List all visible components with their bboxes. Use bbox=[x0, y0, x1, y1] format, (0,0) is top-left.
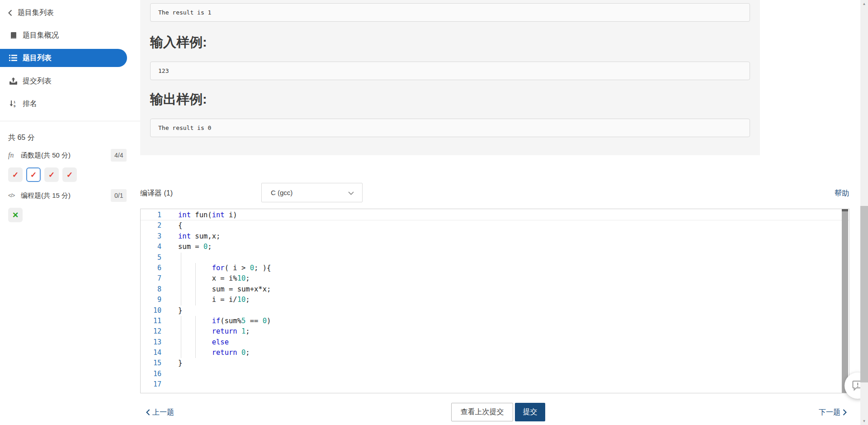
scroll-up-arrow-icon[interactable]: ▲ bbox=[860, 0, 868, 8]
function-questions-section: fn 函数题(共 50 分) bbox=[8, 149, 71, 161]
check-icon: ✓ bbox=[48, 170, 55, 180]
sidebar-item-ranking[interactable]: 19 排名 bbox=[0, 95, 140, 113]
sidebar-item-problem-list[interactable]: 题目列表 bbox=[0, 49, 127, 67]
code-line[interactable]: 5 bbox=[141, 253, 849, 263]
next-question-link[interactable]: 下一题 bbox=[819, 407, 849, 417]
indent-guide bbox=[181, 263, 181, 273]
code-line[interactable]: 7 x = i%10; bbox=[141, 273, 849, 284]
code-line[interactable]: 9 i = i/10; bbox=[141, 295, 849, 305]
line-number: 16 bbox=[141, 369, 166, 379]
code-line[interactable]: 17 bbox=[141, 379, 849, 390]
question-passed-box[interactable]: ✓ bbox=[62, 167, 77, 182]
back-link-label: 题目集列表 bbox=[18, 8, 54, 18]
compiler-label: 编译器 (1) bbox=[140, 189, 173, 198]
line-number: 8 bbox=[141, 284, 166, 295]
plain-token: sum = sum+x*x; bbox=[178, 285, 271, 293]
view-last-submission-button[interactable]: 查看上次提交 bbox=[451, 403, 513, 421]
plain-token bbox=[237, 327, 241, 335]
code-text: return 0; bbox=[166, 348, 250, 358]
indent-guide bbox=[181, 284, 181, 295]
code-text: else bbox=[166, 337, 229, 348]
list-icon bbox=[8, 55, 18, 61]
keyword-token: return bbox=[212, 349, 237, 357]
code-line[interactable]: 1int fun(int i) bbox=[141, 210, 849, 220]
code-line[interactable]: 10} bbox=[141, 306, 849, 316]
help-link[interactable]: 帮助 bbox=[835, 189, 849, 198]
code-line[interactable]: 16 bbox=[141, 369, 849, 379]
code-text bbox=[166, 379, 178, 390]
page-scrollbar[interactable]: ▲ ▼ bbox=[860, 0, 868, 425]
code-line[interactable]: 2{ bbox=[141, 220, 849, 231]
question-passed-box[interactable]: ✓ bbox=[44, 167, 59, 182]
line-number: 15 bbox=[141, 358, 166, 368]
code-line[interactable]: 14 return 0; bbox=[141, 348, 849, 358]
number-token: 0 bbox=[263, 317, 267, 325]
sidebar-item-overview[interactable]: 题目集概况 bbox=[0, 26, 140, 44]
compiler-select[interactable]: C (gcc) bbox=[261, 183, 363, 202]
sidebar-item-submissions[interactable]: 提交列表 bbox=[0, 72, 140, 90]
indent-guide bbox=[195, 284, 196, 295]
code-line[interactable]: 3int sum,x; bbox=[141, 231, 849, 242]
total-score-label: 共 65 分 bbox=[8, 133, 35, 143]
indent-guide bbox=[195, 348, 196, 358]
question-failed-box[interactable]: ✕ bbox=[8, 208, 23, 222]
code-text bbox=[166, 253, 178, 263]
sample-text: The result is 1 bbox=[158, 9, 211, 16]
svg-text:9: 9 bbox=[14, 104, 15, 108]
keyword-token: int bbox=[178, 211, 191, 219]
sort-numeric-icon: 19 bbox=[8, 100, 18, 108]
plain-token bbox=[237, 349, 241, 357]
code-line[interactable]: 11 if(sum%5 == 0) bbox=[141, 316, 849, 326]
number-token: 10 bbox=[237, 296, 246, 304]
question-passed-box[interactable]: ✓ bbox=[8, 167, 23, 182]
code-line[interactable]: 4sum = 0; bbox=[141, 242, 849, 252]
question-passed-box[interactable]: ✓ bbox=[26, 167, 41, 182]
code-editor[interactable]: 1int fun(int i)2{3int sum,x;4sum = 0;56 … bbox=[140, 209, 849, 393]
sample-input-box: 123 bbox=[150, 62, 750, 80]
code-text: } bbox=[166, 306, 182, 316]
number-token: 0 bbox=[241, 349, 245, 357]
line-number: 11 bbox=[141, 316, 166, 326]
indent-guide bbox=[181, 337, 181, 348]
submit-button[interactable]: 提交 bbox=[515, 403, 545, 421]
scroll-down-arrow-icon[interactable]: ▼ bbox=[860, 417, 868, 425]
page-scrollbar-thumb[interactable] bbox=[860, 206, 868, 382]
number-token: 0 bbox=[250, 264, 254, 272]
plain-token: i = i/ bbox=[178, 296, 237, 304]
indent-guide bbox=[181, 316, 181, 326]
problem-page: 题目集列表 题目集概况 题目列表 提交列表 19 排名 bbox=[0, 0, 868, 425]
code-line[interactable]: 8 sum = sum+x*x; bbox=[141, 284, 849, 295]
cross-icon: ✕ bbox=[12, 210, 19, 220]
chevron-left-icon bbox=[7, 10, 13, 16]
plain-token: sum = bbox=[178, 243, 203, 251]
plain-token: ; bbox=[245, 296, 250, 304]
question-status-row: ✕ bbox=[8, 208, 26, 222]
plain-token: ; bbox=[245, 349, 250, 357]
code-line[interactable]: 6 for( i > 0; ){ bbox=[141, 263, 849, 273]
indent-guide bbox=[195, 263, 196, 273]
code-lines-container: 1int fun(int i)2{3int sum,x;4sum = 0;56 … bbox=[141, 210, 849, 390]
code-line[interactable]: 12 return 1; bbox=[141, 326, 849, 337]
indent-guide bbox=[195, 337, 196, 348]
code-line[interactable]: 15} bbox=[141, 358, 849, 368]
plain-token: (sum% bbox=[220, 317, 241, 325]
check-icon: ✓ bbox=[12, 170, 19, 180]
plain-token: fun( bbox=[191, 211, 212, 219]
chevron-down-icon bbox=[348, 189, 354, 196]
indent-guide bbox=[195, 273, 196, 284]
line-number: 6 bbox=[141, 263, 166, 273]
editor-scrollbar-thumb[interactable] bbox=[842, 209, 848, 393]
keyword-token: int bbox=[178, 232, 191, 240]
sample-output-top-box: The result is 1 bbox=[150, 3, 750, 22]
indent-guide bbox=[181, 253, 181, 263]
editor-scrollbar[interactable] bbox=[841, 209, 849, 393]
plain-token: ( i > bbox=[225, 264, 250, 272]
back-to-problem-sets-link[interactable]: 题目集列表 bbox=[0, 4, 140, 22]
plain-token: ; bbox=[245, 274, 250, 282]
sidebar: 题目集列表 题目集概况 题目列表 提交列表 19 排名 bbox=[0, 0, 140, 425]
code-text: return 1; bbox=[166, 326, 250, 337]
previous-question-link[interactable]: 上一题 bbox=[144, 407, 174, 417]
section-progress-badge: 4/4 bbox=[111, 149, 127, 162]
number-token: 5 bbox=[241, 317, 245, 325]
code-line[interactable]: 13 else bbox=[141, 337, 849, 348]
